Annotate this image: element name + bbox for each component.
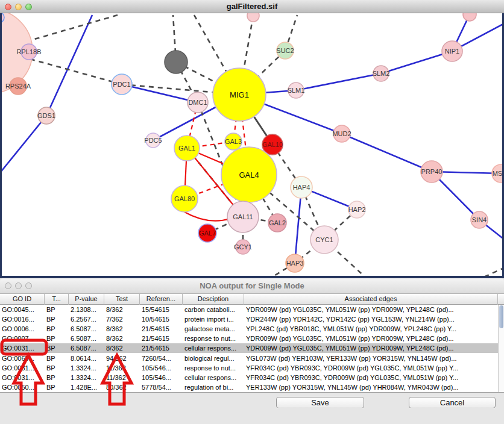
network-node-suc2[interactable]: SUC2 — [276, 42, 294, 59]
table-cell: 7/362 — [104, 316, 140, 323]
table-row[interactable]: GO:0031...BP1.3324...11/362105/546...res… — [0, 363, 498, 373]
cancel-button[interactable]: Cancel — [409, 397, 496, 408]
node-label: SUC2 — [276, 47, 294, 54]
network-canvas[interactable]: RPL18BRPS24AGDS1PDC1DMC1SUC2NIP1SLM2SLM1… — [0, 13, 504, 278]
network-node-gal1[interactable]: GAL1 — [174, 136, 200, 161]
network-edge-pp[interactable] — [381, 51, 452, 73]
network-node-pdc1[interactable]: PDC1 — [112, 74, 132, 95]
node-label: SLM2 — [373, 70, 390, 77]
network-node-gds1[interactable]: GDS1 — [37, 107, 55, 124]
network-node[interactable] — [463, 13, 476, 21]
node-label: SLM1 — [288, 87, 305, 94]
node-label: DMC1 — [188, 99, 207, 106]
node-label: HAP3 — [286, 260, 304, 267]
column-header-desciption[interactable]: Desciption — [183, 294, 244, 305]
network-graph[interactable]: RPL18BRPS24AGDS1PDC1DMC1SUC2NIP1SLM2SLM1… — [2, 13, 502, 276]
table-row[interactable]: GO:0045...BP2.1308...8/36215/54615carbon… — [0, 305, 498, 314]
column-header-test[interactable]: Test — [104, 294, 140, 305]
table-row-selected[interactable]: GO:0031...BP6.5087...8/36221/54615cellul… — [0, 343, 498, 353]
table-row[interactable]: GO:0006...BP6.5087...8/36221/54615galact… — [0, 324, 498, 334]
table-cell: 8/362 — [104, 306, 140, 313]
network-node-msl5[interactable]: MSL5 — [492, 164, 502, 182]
table-row[interactable]: GO:0007...BP6.5087...8/36221/54615respon… — [0, 334, 498, 343]
column-header-referen[interactable]: Referen... — [140, 294, 183, 305]
table-cell: 1.428E... — [69, 384, 104, 391]
network-node-gal2[interactable]: GAL2 — [268, 214, 286, 232]
network-node-gal80[interactable]: GAL80 — [171, 186, 198, 212]
table-cell: 8.0614... — [69, 355, 104, 362]
network-edge-pd[interactable] — [30, 59, 122, 84]
node-label: NIP1 — [445, 48, 459, 55]
network-node-prp40[interactable]: PRP40 — [421, 161, 443, 182]
network-node[interactable] — [247, 13, 259, 22]
network-node-pdc5[interactable]: PDC5 — [144, 133, 162, 148]
network-node-mud2[interactable]: MUD2 — [332, 125, 351, 142]
table-cell: BP — [45, 316, 69, 323]
table-cell: YDR009W (pd) YGL035C, YML051W (pp) YDR00… — [244, 344, 498, 352]
table-cell: BP — [45, 364, 69, 372]
network-node-nip1[interactable]: NIP1 — [442, 41, 462, 61]
save-button[interactable]: Save — [276, 397, 364, 408]
table-cell: BP — [45, 374, 69, 381]
table-row[interactable]: GO:0050...BP1.428E...80/3625778/54...reg… — [0, 382, 498, 392]
table-cell: response to nut... — [183, 364, 244, 372]
table-cell: 1.3324... — [69, 364, 104, 372]
network-node[interactable] — [165, 51, 187, 73]
network-node-dmc1[interactable]: DMC1 — [187, 92, 208, 113]
network-node-hap4[interactable]: HAP4 — [291, 176, 312, 198]
network-node-gal7[interactable]: GAL7 — [198, 224, 216, 242]
network-node-gal3[interactable]: GAL3 — [225, 133, 242, 150]
network-edge-pp[interactable] — [46, 15, 92, 116]
network-node-sin4[interactable]: SIN4 — [471, 211, 488, 228]
table-cell: biological regul... — [183, 355, 244, 362]
network-edge-pp[interactable] — [295, 187, 301, 263]
network-node-slm2[interactable]: SLM2 — [373, 66, 390, 81]
column-header-t[interactable]: T... — [45, 294, 69, 305]
network-edge-pd[interactable] — [481, 267, 502, 276]
table-cell: BP — [45, 384, 69, 391]
network-node-cyc1[interactable]: CYC1 — [310, 226, 338, 254]
network-node-gcy1[interactable]: GCY1 — [234, 240, 252, 254]
table-cell: 105/546... — [140, 364, 183, 372]
table-cell: BP — [45, 335, 69, 342]
table-cell: YDR244W (pp) YDR142C, YDR142C (pp) YGL15… — [244, 316, 498, 323]
node-label: RPS24A — [5, 83, 31, 90]
network-edge-pp[interactable] — [296, 73, 381, 90]
network-edge-pd[interactable] — [24, 15, 118, 42]
network-node-slm1[interactable]: SLM1 — [288, 83, 305, 98]
table-cell: BP — [45, 325, 69, 332]
network-node-gal4[interactable]: GAL4 — [221, 147, 277, 202]
noa-output-window: NOA output for Single Mode GO IDT...P-va… — [0, 278, 504, 424]
node-label: MUD2 — [332, 130, 351, 137]
table-cell: YFR034C (pd) YBR093C, YDR009W (pd) YGL03… — [244, 374, 498, 381]
results-table[interactable]: GO:0045...BP2.1308...8/36215/54615carbon… — [0, 305, 498, 392]
network-node-mig1[interactable]: MIG1 — [213, 68, 266, 121]
node-label: RPL18B — [17, 48, 42, 55]
network-node-gal11[interactable]: GAL11 — [227, 201, 259, 232]
network-edge-pp[interactable] — [342, 134, 432, 172]
table-cell: 5778/54... — [140, 384, 183, 391]
network-edge-red[interactable] — [184, 212, 230, 221]
table-cell: 6.2567... — [69, 316, 104, 323]
table-cell: 21/54615 — [140, 335, 183, 342]
table-cell: 21/54615 — [140, 325, 183, 332]
table-cell: 6.5087... — [69, 344, 104, 352]
table-row[interactable]: GO:0031...BP1.3324...11/362105/546...cel… — [0, 373, 498, 382]
table-row[interactable]: GO:0065...BP8.0614...94/3627260/54...bio… — [0, 353, 498, 363]
table-cell: GO:0031... — [0, 344, 45, 352]
table-cell: 6.5087... — [69, 335, 104, 342]
column-header-associated-edges[interactable]: Associated edges — [244, 294, 498, 305]
table-row[interactable]: GO:0016...BP6.2567...7/36210/54615protei… — [0, 314, 498, 324]
column-header-p-value[interactable]: P-value — [69, 294, 104, 305]
table-cell: 8/362 — [104, 335, 140, 342]
scrollbar-thumb[interactable] — [499, 305, 503, 328]
network-edge-pp[interactable] — [2, 116, 46, 173]
table-cell: regulation of bi... — [183, 384, 244, 391]
column-header-go-id[interactable]: GO ID — [0, 294, 45, 305]
network-node-hap2[interactable]: HAP2 — [348, 201, 366, 218]
node-label: GAL7 — [199, 229, 216, 237]
node-label: GDS1 — [37, 112, 55, 119]
network-node-hap3[interactable]: HAP3 — [286, 254, 304, 272]
table-cell: carbon cataboli... — [183, 306, 244, 313]
vertical-scrollbar[interactable] — [498, 305, 504, 392]
